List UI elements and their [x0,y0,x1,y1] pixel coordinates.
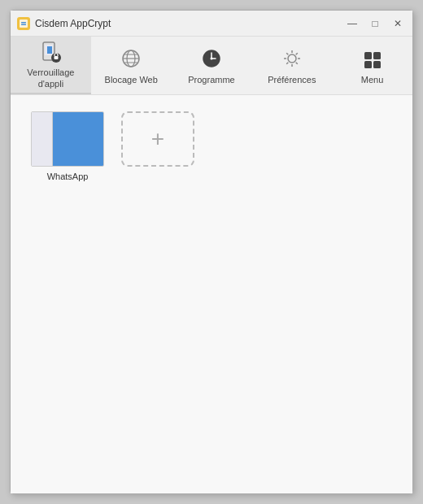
svg-rect-31 [373,61,381,68]
minimize-button[interactable]: — [344,15,360,32]
whatsapp-main [53,112,103,166]
app-icon [17,17,30,30]
svg-rect-30 [364,61,372,68]
toolbar-item-preferences[interactable]: Préférences [251,37,332,94]
plus-icon: + [151,128,164,150]
toolbar-label-web-block: Blocage Web [105,75,158,85]
toolbar-label-preferences: Préférences [268,75,316,85]
app-thumbnail-whatsapp [31,111,104,167]
toolbar: Verrouillage d'appli Blocage Web [11,37,412,95]
svg-line-27 [286,63,288,64]
toolbar-item-menu[interactable]: Menu [332,37,412,94]
svg-rect-3 [21,24,26,25]
svg-point-18 [210,57,212,59]
title-bar: Cisdem AppCrypt — □ ✕ [11,11,412,37]
svg-rect-28 [364,52,372,59]
add-app-button[interactable]: + [121,111,194,167]
add-tile-wrapper: + [121,111,194,181]
close-button[interactable]: ✕ [390,15,406,32]
schedule-icon [198,46,225,72]
toolbar-item-web-block[interactable]: Blocage Web [91,37,172,94]
toolbar-label-menu: Menu [361,75,384,85]
svg-rect-8 [55,56,59,59]
whatsapp-sidebar [32,112,53,166]
svg-point-19 [288,54,296,63]
window-title: Cisdem AppCrypt [35,18,111,29]
list-item[interactable]: WhatsApp [27,111,108,181]
svg-rect-1 [20,20,28,28]
toolbar-item-schedule[interactable]: Programme [172,37,252,94]
toolbar-label-app-lock: Verrouillage d'appli [20,67,81,89]
maximize-button[interactable]: □ [367,15,383,32]
menu-icon [360,46,386,72]
whatsapp-preview [32,112,103,166]
app-tile-label-whatsapp: WhatsApp [47,172,89,181]
toolbar-label-schedule: Programme [188,75,234,85]
svg-line-25 [295,63,297,64]
app-lock-icon [37,40,63,64]
svg-line-26 [295,53,297,54]
title-bar-left: Cisdem AppCrypt [17,17,111,30]
svg-rect-29 [373,52,381,59]
svg-rect-2 [21,22,26,24]
main-content: WhatsApp + [11,95,412,493]
toolbar-item-app-lock[interactable]: Verrouillage d'appli [11,37,91,94]
preferences-icon [279,46,305,72]
web-block-icon [118,46,144,72]
main-window: Cisdem AppCrypt — □ ✕ [10,10,413,494]
svg-line-24 [286,53,288,54]
window-controls: — □ ✕ [344,15,406,32]
svg-rect-6 [47,46,52,54]
